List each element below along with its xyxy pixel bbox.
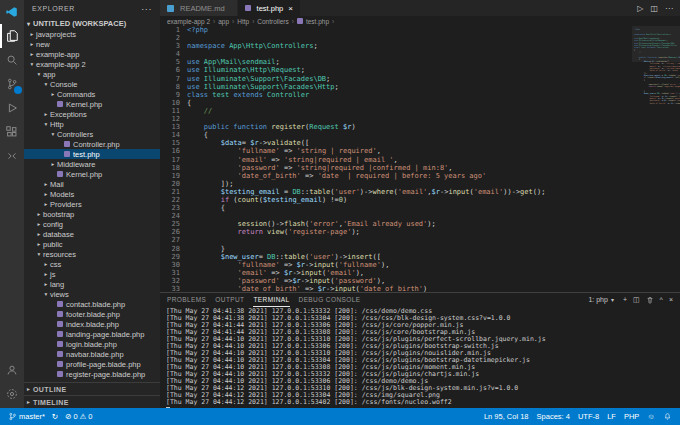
tree-item[interactable]: navbar.blade.php — [24, 349, 160, 359]
tree-item[interactable]: Controller.php — [24, 139, 160, 149]
close-panel-icon[interactable]: × — [669, 296, 673, 303]
more-actions-icon[interactable]: ··· — [141, 4, 152, 14]
code-line[interactable]: 11 // — [160, 107, 632, 115]
tree-item[interactable]: footer.blade.php — [24, 309, 160, 319]
code-line[interactable]: 2 — [160, 34, 632, 42]
close-icon[interactable]: × — [288, 4, 293, 13]
code-line[interactable]: 18 'password' => 'string|required |confi… — [160, 164, 632, 172]
eol-type[interactable]: LF — [607, 412, 616, 421]
tree-item[interactable]: ▸ new — [24, 39, 160, 49]
panel-tab[interactable]: DEBUG CONSOLE — [299, 293, 361, 307]
more-actions-icon[interactable]: ⋯ — [665, 4, 673, 13]
code-line[interactable]: 17 'email' => 'string|required | email '… — [160, 156, 632, 164]
workspace-header[interactable]: ▾ UNTITLED (WORKSPACE) — [24, 17, 160, 29]
terminal-shell-select[interactable]: 1: php ▾ — [585, 296, 616, 303]
breadcrumb-item[interactable]: Http — [237, 18, 249, 25]
editor-tab[interactable]: README.md — [160, 0, 238, 16]
code-line[interactable]: 9 class test extends Controller — [160, 91, 632, 99]
code-line[interactable]: 20 ]); — [160, 180, 632, 188]
tree-item[interactable]: Kernel.php — [24, 99, 160, 109]
problems-item[interactable]: ⊘ 0 ⚠ 0 — [65, 412, 92, 421]
breadcrumb-item[interactable]: test.php — [297, 18, 329, 25]
tree-item[interactable]: ▾ Console — [24, 79, 160, 89]
code-line[interactable]: 8 use Illuminate\Support\Facades\Http; — [160, 83, 632, 91]
tree-item[interactable]: ▸ lang — [24, 279, 160, 289]
tree-item[interactable]: test.php — [24, 149, 160, 159]
tree-item[interactable]: ▸ example-app — [24, 49, 160, 59]
language-mode[interactable]: PHP — [624, 412, 639, 421]
tree-item[interactable]: ▸ config — [24, 219, 160, 229]
code-line[interactable]: 27 — [160, 236, 632, 244]
encoding[interactable]: UTF-8 — [578, 412, 599, 421]
panel-tab[interactable]: PROBLEMS — [167, 293, 206, 307]
breadcrumb-item[interactable]: Controllers — [257, 18, 288, 25]
maximize-panel-icon[interactable]: ^ — [660, 296, 663, 303]
code-line[interactable]: 28 } — [160, 245, 632, 253]
code-line[interactable]: 3 namespace App\Http\Controllers; — [160, 42, 632, 50]
code-line[interactable]: 31 'email' => $r->input('email'), — [160, 269, 632, 277]
tree-item[interactable]: contact.blade.php — [24, 299, 160, 309]
panel-tab[interactable]: TERMINAL — [253, 293, 289, 307]
code-line[interactable]: 19 'date_of_birth' => 'date | required |… — [160, 172, 632, 180]
indentation[interactable]: Spaces: 4 — [537, 412, 570, 421]
split-editor-icon[interactable]: ◫ — [650, 4, 658, 13]
code-line[interactable]: 22 if (count($testing_email) !=0) — [160, 196, 632, 204]
tree-item[interactable]: register-page.blade.php — [24, 369, 160, 379]
code-line[interactable]: 16 'fullname' => 'string | required', — [160, 147, 632, 155]
code-line[interactable]: 7 use Illuminate\Support\Facades\DB; — [160, 75, 632, 83]
tree-item[interactable]: ▸ Middleware — [24, 159, 160, 169]
split-terminal-icon[interactable]: ◫ — [633, 296, 640, 304]
tree-item[interactable]: Kernel.php — [24, 169, 160, 179]
code-line[interactable]: 33 'date_of_birth' => $r->input('date_of… — [160, 285, 632, 292]
run-button[interactable]: ▷ — [637, 4, 643, 13]
code-line[interactable]: 6 use Illuminate\Http\Request; — [160, 66, 632, 74]
extensions-icon[interactable] — [0, 120, 24, 144]
code-line[interactable]: 30 'fullname' => $r->input('fullname'), — [160, 261, 632, 269]
editor-tab[interactable]: test.php × — [238, 0, 301, 16]
tree-item[interactable]: ▾ resources — [24, 249, 160, 259]
code-line[interactable]: 4 — [160, 50, 632, 58]
code-line[interactable]: 15 $data= $r->validate([ — [160, 139, 632, 147]
gear-icon[interactable] — [0, 382, 24, 406]
new-terminal-icon[interactable]: + — [623, 296, 627, 303]
sync-icon[interactable]: ↻ — [52, 412, 58, 421]
code-line[interactable]: 1 <?php — [160, 26, 632, 34]
code-line[interactable]: 32 'password' =>$r->input('password'), — [160, 277, 632, 285]
tree-item[interactable]: ▸ css — [24, 259, 160, 269]
tree-item[interactable]: ▸ Mail — [24, 179, 160, 189]
search-icon[interactable] — [0, 48, 24, 72]
git-branch-item[interactable]: master* — [8, 412, 45, 421]
source-control-icon[interactable] — [0, 72, 24, 96]
tree-item[interactable]: ▾ views — [24, 289, 160, 299]
cursor-position[interactable]: Ln 95, Col 18 — [484, 412, 529, 421]
tree-item[interactable]: ▸ javaprojects — [24, 29, 160, 39]
tree-item[interactable]: profile-page.blade.php — [24, 359, 160, 369]
explorer-icon[interactable] — [0, 24, 24, 48]
tree-item[interactable]: landing-page.blade.php — [24, 329, 160, 339]
remote-explorer-icon[interactable] — [0, 144, 24, 168]
code-line[interactable]: 5 use App\Mail\sendmail; — [160, 58, 632, 66]
tree-item[interactable]: ▸ database — [24, 229, 160, 239]
minimap-slider[interactable] — [632, 26, 680, 62]
code-line[interactable]: 24 — [160, 212, 632, 220]
feedback-icon[interactable]: ☺ — [647, 412, 655, 421]
account-icon[interactable] — [0, 358, 24, 382]
tree-item[interactable]: index.blade.php — [24, 319, 160, 329]
code-line[interactable]: 26 return view('register-page'); — [160, 228, 632, 236]
code-editor[interactable]: 1 <?php 2 3 namespace App\Http\Controlle… — [160, 26, 632, 292]
code-line[interactable]: 10 { — [160, 99, 632, 107]
tree-item[interactable]: ▾ app — [24, 69, 160, 79]
tree-item[interactable]: ▸ Providers — [24, 199, 160, 209]
tree-item[interactable]: ▾ example-app 2 — [24, 59, 160, 69]
tree-item[interactable]: ▸ Commands — [24, 89, 160, 99]
panel-tab[interactable]: OUTPUT — [215, 293, 244, 307]
bell-icon[interactable] — [663, 412, 672, 421]
code-line[interactable]: 23 { — [160, 204, 632, 212]
breadcrumb-item[interactable]: app — [218, 18, 229, 25]
sidebar-section-header[interactable]: ▸ TIMELINE — [24, 395, 160, 408]
tree-item[interactable]: login.blade.php — [24, 339, 160, 349]
code-line[interactable]: 21 $testing_email = DB::table('user')->w… — [160, 188, 632, 196]
tree-item[interactable]: ▸ js — [24, 269, 160, 279]
code-line[interactable]: 12 — [160, 115, 632, 123]
sidebar-section-header[interactable]: ▸ OUTLINE — [24, 382, 160, 395]
